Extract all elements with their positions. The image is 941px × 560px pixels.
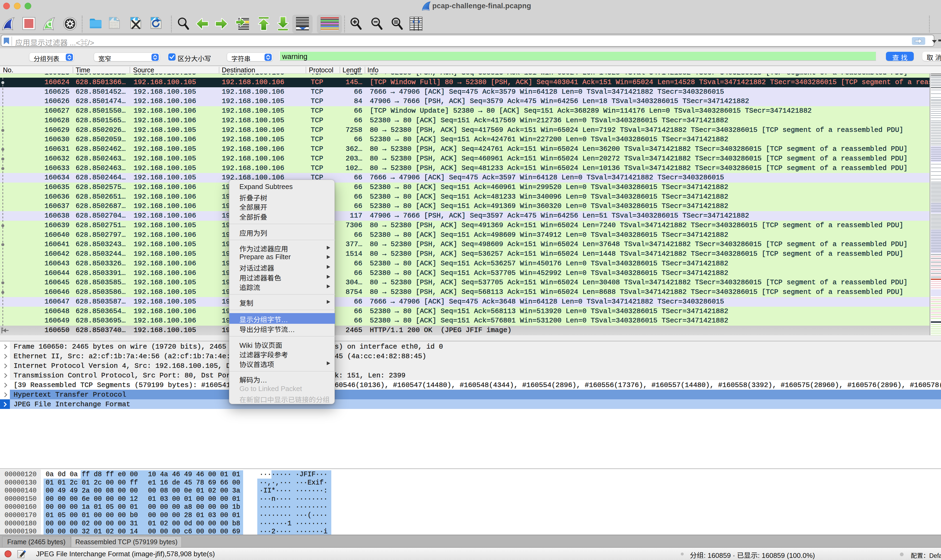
svg-text:01110: 01110 <box>110 26 118 29</box>
svg-text:0101: 0101 <box>18 552 22 554</box>
